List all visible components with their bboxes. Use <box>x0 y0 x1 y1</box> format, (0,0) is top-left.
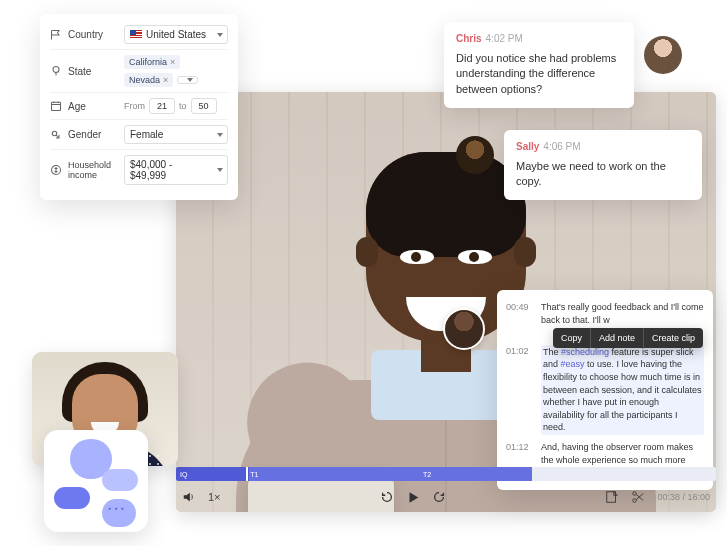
chevron-down-icon <box>217 33 223 37</box>
scissors-icon[interactable] <box>631 490 645 504</box>
comment-card[interactable]: Chris4:02 PM Did you notice she had prob… <box>444 22 634 108</box>
menu-create-clip[interactable]: Create clip <box>644 328 703 348</box>
filter-age-label: Age <box>68 101 86 112</box>
svg-point-5 <box>633 492 637 496</box>
gender-icon <box>50 129 62 141</box>
age-to-input[interactable]: 50 <box>191 98 217 114</box>
speed-button[interactable]: 1× <box>208 491 221 503</box>
pip-avatar[interactable] <box>443 308 485 350</box>
transcript-text-highlighted: The #scheduling feature is super slick a… <box>541 345 704 435</box>
state-chip[interactable]: Nevada× <box>124 73 173 87</box>
comment-avatar[interactable] <box>456 136 494 174</box>
volume-icon[interactable] <box>182 490 196 504</box>
transcript-timestamp: 00:49 <box>506 301 534 339</box>
comment-author: Sally <box>516 141 539 152</box>
chevron-down-icon <box>187 78 193 82</box>
rewind-icon[interactable] <box>380 490 394 504</box>
forward-icon[interactable] <box>432 490 446 504</box>
filter-panel: Country United States State California× … <box>40 14 238 200</box>
us-flag-icon <box>130 30 142 38</box>
segment-label: IQ <box>176 467 187 481</box>
filter-age-row: Age From21to50 <box>50 93 228 120</box>
transcript-timestamp: 01:02 <box>506 345 534 435</box>
comment-avatar[interactable] <box>644 36 682 74</box>
filter-income-row: Household income $40,000 - $49,999 <box>50 150 228 190</box>
time-display: 00:38 / 16:00 <box>657 492 710 502</box>
transcript-context-menu: Copy Add note Create clip <box>553 328 703 348</box>
hashtag[interactable]: #scheduling <box>561 347 609 357</box>
svg-point-0 <box>53 67 59 73</box>
state-chip[interactable]: California× <box>124 55 180 69</box>
filter-gender-row: Gender Female <box>50 120 228 150</box>
filter-country-row: Country United States <box>50 20 228 50</box>
svg-point-6 <box>633 499 637 503</box>
comment-body: Maybe we need to work on the copy. <box>516 159 690 191</box>
comment-body: Did you notice she had problems understa… <box>456 51 622 99</box>
play-button[interactable] <box>406 490 420 504</box>
filter-state-row: State California× Nevada× <box>50 50 228 93</box>
segment-label: T2 <box>419 467 431 481</box>
comment-card[interactable]: Sally4:06 PM Maybe we need to work on th… <box>504 130 702 200</box>
video-player-bar: IQ T1 T2 1× 00:38 / 16:00 <box>176 467 716 513</box>
comment-author: Chris <box>456 33 482 44</box>
income-icon <box>50 164 62 176</box>
comment-time: 4:06 PM <box>543 141 580 152</box>
insights-card[interactable] <box>44 430 148 532</box>
flag-icon <box>50 29 62 41</box>
comment-time: 4:02 PM <box>486 33 523 44</box>
menu-copy[interactable]: Copy <box>553 328 591 348</box>
income-select[interactable]: $40,000 - $49,999 <box>124 155 228 185</box>
gender-select[interactable]: Female <box>124 125 228 144</box>
filter-state-label: State <box>68 66 91 77</box>
transcript-row[interactable]: 01:02 The #scheduling feature is super s… <box>506 342 704 438</box>
menu-add-note[interactable]: Add note <box>591 328 644 348</box>
calendar-icon <box>50 100 62 112</box>
note-icon[interactable] <box>605 490 619 504</box>
transcript-panel: 00:49 That's really good feedback and I'… <box>497 290 713 490</box>
country-select[interactable]: United States <box>124 25 228 44</box>
chevron-down-icon <box>217 168 223 172</box>
hashtag[interactable]: #easy <box>561 359 585 369</box>
svg-rect-1 <box>52 102 61 110</box>
filter-country-label: Country <box>68 29 103 40</box>
chat-bubbles-icon <box>54 443 138 519</box>
filter-gender-label: Gender <box>68 129 101 140</box>
age-from-input[interactable]: 21 <box>149 98 175 114</box>
pin-icon <box>50 65 62 77</box>
chip-remove-icon[interactable]: × <box>163 75 168 85</box>
timeline-track[interactable]: IQ T1 T2 <box>176 467 716 481</box>
playhead[interactable] <box>246 467 248 481</box>
chip-remove-icon[interactable]: × <box>170 57 175 67</box>
chevron-down-icon <box>217 133 223 137</box>
filter-income-label: Household income <box>68 160 118 180</box>
state-select[interactable] <box>177 76 198 84</box>
